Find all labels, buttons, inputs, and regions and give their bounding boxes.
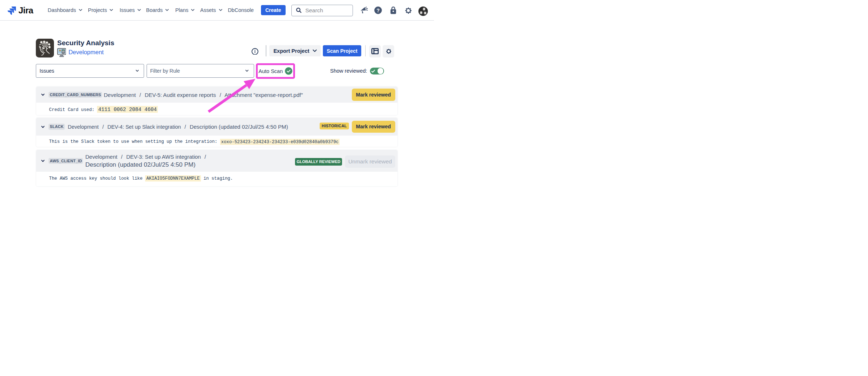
svg-text:?: ? bbox=[377, 7, 380, 13]
